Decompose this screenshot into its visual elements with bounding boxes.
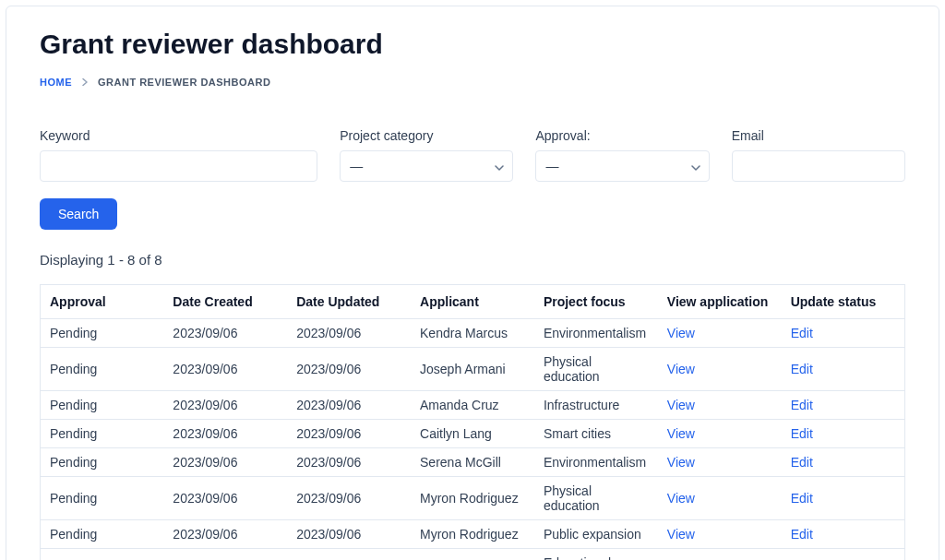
- table-row: Pending2023/09/062023/09/06Serena McGill…: [41, 448, 905, 477]
- cell-view: View: [658, 448, 782, 477]
- cell-applicant: Myron Rodriguez: [411, 549, 534, 561]
- edit-link[interactable]: Edit: [791, 326, 813, 340]
- col-approval-header: Approval: [41, 285, 164, 319]
- cell-applicant: Caitlyn Lang: [411, 420, 534, 448]
- edit-link[interactable]: Edit: [791, 398, 813, 412]
- cell-created: 2023/09/06: [163, 549, 287, 561]
- cell-approval: Pending: [41, 520, 164, 549]
- cell-created: 2023/09/06: [163, 520, 287, 549]
- table-row: Pending2023/09/062023/09/06Caitlyn LangS…: [41, 420, 905, 448]
- cell-created: 2023/09/06: [163, 391, 287, 420]
- keyword-input[interactable]: [40, 150, 317, 182]
- filters-row: Keyword Project category — Approval: — E…: [40, 128, 905, 182]
- cell-view: View: [658, 477, 782, 520]
- cell-created: 2023/09/06: [163, 477, 287, 520]
- filter-category-label: Project category: [340, 128, 513, 143]
- filter-approval-label: Approval:: [535, 128, 709, 143]
- cell-update: Edit: [782, 420, 905, 448]
- cell-updated: 2023/09/06: [287, 520, 411, 549]
- cell-approval: Pending: [41, 319, 164, 348]
- filter-email: Email: [732, 128, 905, 182]
- table-row: Pending2023/09/062023/09/06Myron Rodrigu…: [41, 477, 905, 520]
- view-link[interactable]: View: [667, 527, 695, 542]
- view-link[interactable]: View: [667, 362, 695, 376]
- email-input[interactable]: [732, 150, 905, 182]
- cell-focus: Environmentalism: [534, 448, 658, 477]
- cell-update: Edit: [782, 319, 905, 348]
- cell-focus: Public expansion: [534, 520, 658, 549]
- filter-keyword-label: Keyword: [40, 128, 317, 143]
- search-button[interactable]: Search: [40, 198, 117, 230]
- col-created-header: Date Created: [163, 285, 287, 319]
- cell-update: Edit: [782, 477, 905, 520]
- edit-link[interactable]: Edit: [791, 455, 813, 470]
- table-row: Pending2023/09/062023/09/06Amanda CruzIn…: [41, 391, 905, 420]
- category-select[interactable]: —: [340, 150, 513, 182]
- view-link[interactable]: View: [667, 426, 695, 441]
- cell-view: View: [658, 348, 782, 391]
- col-view-header: View application: [658, 285, 782, 319]
- view-link[interactable]: View: [667, 326, 695, 340]
- cell-approval: Pending: [41, 348, 164, 391]
- cell-approval: Pending: [41, 420, 164, 448]
- chevron-right-icon: [81, 77, 89, 88]
- cell-view: View: [658, 391, 782, 420]
- cell-created: 2023/09/06: [163, 420, 287, 448]
- cell-approval: Pending: [41, 391, 164, 420]
- cell-update: Edit: [782, 348, 905, 391]
- cell-focus: Environmentalism: [534, 319, 658, 348]
- cell-focus: Smart cities: [534, 420, 658, 448]
- col-updated-header: Date Updated: [287, 285, 411, 319]
- cell-approval: Pending: [41, 477, 164, 520]
- filter-category: Project category —: [340, 128, 513, 182]
- cell-updated: 2023/09/06: [287, 549, 411, 561]
- edit-link[interactable]: Edit: [791, 426, 813, 441]
- cell-updated: 2023/09/06: [287, 448, 411, 477]
- cell-created: 2023/09/06: [163, 319, 287, 348]
- cell-view: View: [658, 420, 782, 448]
- cell-update: Edit: [782, 549, 905, 561]
- cell-applicant: Kendra Marcus: [411, 319, 534, 348]
- cell-update: Edit: [782, 520, 905, 549]
- cell-focus: Physical education: [534, 477, 658, 520]
- col-update-header: Update status: [782, 285, 905, 319]
- filter-keyword: Keyword: [40, 128, 317, 182]
- edit-link[interactable]: Edit: [791, 362, 813, 376]
- table-row: Pending2023/09/062023/09/06Myron Rodrigu…: [41, 549, 905, 561]
- cell-approval: Pending: [41, 448, 164, 477]
- cell-update: Edit: [782, 391, 905, 420]
- cell-updated: 2023/09/06: [287, 348, 411, 391]
- col-applicant-header: Applicant: [411, 285, 534, 319]
- results-count: Displaying 1 - 8 of 8: [40, 252, 905, 268]
- cell-focus: Infrastructure: [534, 391, 658, 420]
- cell-focus: Physical education: [534, 348, 658, 391]
- view-link[interactable]: View: [667, 491, 695, 506]
- cell-view: View: [658, 319, 782, 348]
- cell-updated: 2023/09/06: [287, 319, 411, 348]
- cell-focus: Educational reform: [534, 549, 658, 561]
- cell-update: Edit: [782, 448, 905, 477]
- edit-link[interactable]: Edit: [791, 491, 813, 506]
- filter-approval: Approval: —: [535, 128, 709, 182]
- cell-created: 2023/09/06: [163, 348, 287, 391]
- cell-applicant: Myron Rodriguez: [411, 477, 534, 520]
- view-link[interactable]: View: [667, 398, 695, 412]
- cell-updated: 2023/09/06: [287, 420, 411, 448]
- cell-updated: 2023/09/06: [287, 477, 411, 520]
- table-row: Pending2023/09/062023/09/06Kendra Marcus…: [41, 319, 905, 348]
- data-table: Approval Date Created Date Updated Appli…: [40, 284, 905, 560]
- cell-applicant: Joseph Armani: [411, 348, 534, 391]
- cell-created: 2023/09/06: [163, 448, 287, 477]
- table-row: Pending2023/09/062023/09/06Myron Rodrigu…: [41, 520, 905, 549]
- breadcrumb-home-link[interactable]: HOME: [40, 77, 72, 88]
- cell-approval: Pending: [41, 549, 164, 561]
- cell-applicant: Amanda Cruz: [411, 391, 534, 420]
- breadcrumb: HOME GRANT REVIEWER DASHBOARD: [40, 77, 905, 88]
- cell-view: View: [658, 520, 782, 549]
- cell-applicant: Myron Rodriguez: [411, 520, 534, 549]
- view-link[interactable]: View: [667, 455, 695, 470]
- page-title: Grant reviewer dashboard: [40, 29, 905, 60]
- edit-link[interactable]: Edit: [791, 527, 813, 542]
- breadcrumb-current: GRANT REVIEWER DASHBOARD: [98, 77, 270, 88]
- approval-select[interactable]: —: [535, 150, 709, 182]
